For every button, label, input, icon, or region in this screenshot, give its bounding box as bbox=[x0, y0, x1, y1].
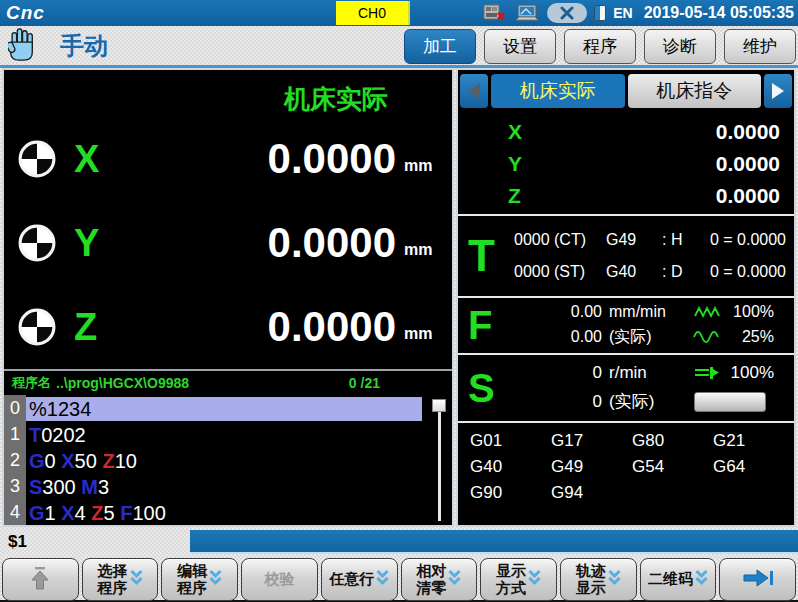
tool-row-st: 0000 (ST) G40 : D 0 = 0.0000 bbox=[514, 263, 794, 281]
softkey-display-mode[interactable]: 显示 方式 bbox=[480, 558, 557, 601]
program-line[interactable]: 1T0202 bbox=[4, 421, 422, 447]
program-lines: 0%12341T02022G0 X50 Z103S300 M34G1 X4 Z5… bbox=[4, 395, 452, 525]
main-tab-2[interactable]: 程序 bbox=[564, 29, 636, 64]
axis-value: 0.0000 bbox=[134, 219, 396, 267]
axis-unit: mm bbox=[404, 241, 442, 259]
chevron-down-icon bbox=[448, 569, 461, 590]
spindle-override-percent: 100% bbox=[730, 363, 782, 383]
tool-gcode: G49 bbox=[606, 231, 662, 249]
softkey-qrcode[interactable]: 二维码 bbox=[640, 558, 717, 601]
feed-unit: mm/min bbox=[602, 303, 684, 321]
main-tab-4[interactable]: 维护 bbox=[724, 29, 796, 64]
spindle-section: S 0 r/min 100% 0 (实际) bbox=[458, 355, 794, 423]
coord-row-x: X 0.0000 bbox=[458, 116, 794, 148]
rapid-override-percent: 25% bbox=[730, 328, 782, 346]
disconnect-icon bbox=[547, 3, 587, 23]
softkey-label: 相对 清零 bbox=[416, 563, 446, 596]
softkey-select-program[interactable]: 选择 程序 bbox=[82, 558, 159, 601]
feed-row-set: 0.00 mm/min 100% bbox=[514, 303, 794, 321]
modebar: 手动 加工设置程序诊断维护 bbox=[0, 26, 798, 68]
axis-name: X bbox=[74, 138, 134, 181]
coord-axis-value: 0.0000 bbox=[522, 120, 794, 144]
main-tab-1[interactable]: 设置 bbox=[484, 29, 556, 64]
chevron-down-icon bbox=[695, 569, 708, 590]
softkey-label: 显示 方式 bbox=[496, 563, 526, 596]
spindle-arrow-icon bbox=[684, 366, 730, 380]
softkey-verify[interactable]: 校验 bbox=[241, 558, 318, 601]
next-page-icon bbox=[741, 567, 775, 593]
spindle-value: 0 bbox=[514, 392, 602, 412]
line-text: %1234 bbox=[26, 397, 422, 421]
tool-comp-register: : D bbox=[662, 263, 704, 281]
program-line[interactable]: 0%1234 bbox=[4, 395, 422, 421]
language-book-icon bbox=[594, 5, 606, 21]
feed-section-label: F bbox=[458, 298, 514, 353]
machine-offline-icon bbox=[483, 4, 507, 22]
spindle-row-set: 0 r/min 100% bbox=[514, 363, 794, 383]
softkey-track-display[interactable]: 轨迹 显示 bbox=[560, 558, 637, 601]
main-tab-0[interactable]: 加工 bbox=[404, 29, 476, 64]
program-line[interactable]: 2G0 X50 Z10 bbox=[4, 447, 422, 473]
tool-comp-value: 0 = 0.0000 bbox=[704, 231, 794, 249]
softkey-label: 选择 程序 bbox=[98, 563, 128, 596]
softkey-return[interactable] bbox=[2, 558, 79, 601]
line-number: 4 bbox=[4, 499, 26, 525]
mode-label: 手动 bbox=[60, 30, 108, 62]
coord-tab-machine-actual[interactable]: 机床实际 bbox=[491, 74, 625, 108]
modal-gcode: G80 bbox=[632, 431, 713, 451]
softkey-label: 编辑 程序 bbox=[177, 563, 207, 596]
line-text: T0202 bbox=[26, 423, 422, 447]
softkey-edit-program[interactable]: 编辑 程序 bbox=[161, 558, 238, 601]
coord-tab-machine-command[interactable]: 机床指令 bbox=[628, 74, 762, 108]
softkey-any-line[interactable]: 任意行 bbox=[321, 558, 398, 601]
scrollbar-track bbox=[438, 405, 441, 521]
axis-name: Z bbox=[74, 306, 134, 349]
program-line[interactable]: 3S300 M3 bbox=[4, 473, 422, 499]
modal-gcode: G64 bbox=[713, 457, 794, 477]
softkey-relative-clear[interactable]: 相对 清零 bbox=[401, 558, 478, 601]
spindle-section-label: S bbox=[458, 355, 514, 421]
program-name-label: 程序名 bbox=[12, 374, 51, 392]
program-line[interactable]: 4G1 X4 Z5 F100 bbox=[4, 499, 422, 525]
axis-unit: mm bbox=[404, 157, 442, 175]
softkey-label: 轨迹 显示 bbox=[576, 563, 606, 596]
statusbar-fill bbox=[190, 530, 798, 554]
language-label[interactable]: EN bbox=[613, 5, 632, 21]
prev-coord-tab-button[interactable] bbox=[460, 74, 488, 108]
softkey-label: 二维码 bbox=[648, 571, 693, 588]
titlebar: Cnc CH0 bbox=[0, 0, 798, 26]
coord-row-z: Z 0.0000 bbox=[458, 180, 794, 212]
chevron-down-icon bbox=[209, 569, 222, 590]
chevron-down-icon bbox=[130, 569, 143, 590]
modal-gcode: G49 bbox=[551, 457, 632, 477]
coord-axis-name: X bbox=[458, 120, 522, 144]
softkey-label: 校验 bbox=[264, 571, 294, 588]
program-path: ..\prog\HGCX\O9988 bbox=[56, 375, 189, 391]
scrollbar-thumb[interactable] bbox=[432, 399, 446, 412]
cnc-screen: Cnc CH0 bbox=[0, 0, 798, 602]
machine-zero-icon bbox=[18, 140, 56, 178]
program-scrollbar[interactable] bbox=[432, 399, 446, 521]
line-text: G0 X50 Z10 bbox=[26, 449, 422, 473]
next-coord-tab-button[interactable] bbox=[764, 74, 792, 108]
spindle-unit: r/min bbox=[602, 363, 684, 383]
tool-section: T 0000 (CT) G49 : H 0 = 0.0000 0000 (ST)… bbox=[458, 216, 794, 298]
tool-comp-register: : H bbox=[662, 231, 704, 249]
remote-pc-icon bbox=[514, 4, 540, 22]
spindle-load-bar bbox=[694, 392, 766, 412]
axis-row-x: X 0.0000 mm bbox=[4, 117, 452, 201]
axis-name: Y bbox=[74, 222, 134, 265]
status-panel: 机床实际 机床指令 X 0.0000 Y 0.0000 Z 0.0000 T bbox=[456, 68, 796, 527]
line-number: 2 bbox=[4, 447, 26, 473]
channel-badge: CH0 bbox=[336, 1, 410, 25]
softkey-bar: 选择 程序编辑 程序校验任意行相对 清零显示 方式轨迹 显示二维码 bbox=[0, 557, 798, 602]
chevron-down-icon bbox=[528, 569, 541, 590]
machine-zero-icon bbox=[18, 224, 56, 262]
softkey-next-menu[interactable] bbox=[719, 558, 796, 601]
main-tab-3[interactable]: 诊断 bbox=[644, 29, 716, 64]
tool-section-label: T bbox=[458, 216, 514, 296]
sine-wave-icon bbox=[684, 330, 730, 344]
program-header: 程序名 ..\prog\HGCX\O9988 0 /21 bbox=[4, 371, 452, 395]
coord-axis-value: 0.0000 bbox=[521, 184, 794, 208]
tool-comp-value: 0 = 0.0000 bbox=[704, 263, 794, 281]
